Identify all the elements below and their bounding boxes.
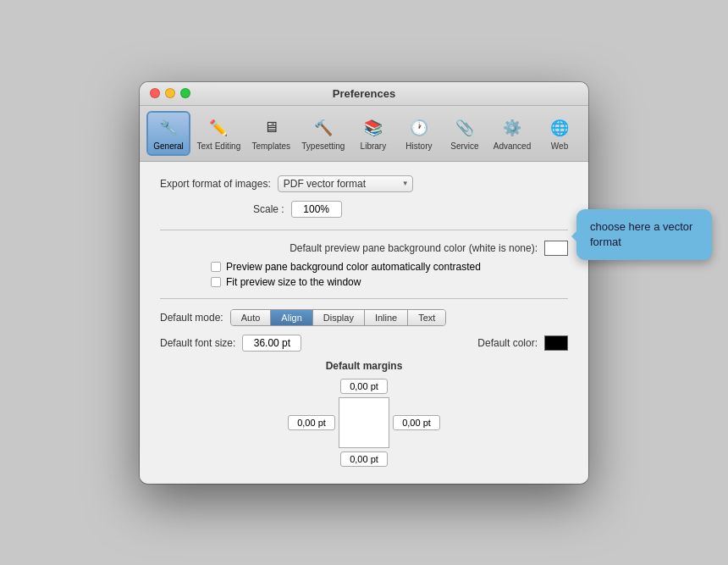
margin-right-input[interactable] bbox=[393, 415, 440, 430]
checkbox2-label: Fit preview size to the window bbox=[226, 276, 361, 288]
toolbar-label-general: General bbox=[153, 141, 184, 151]
toolbar-label-text-editing: Text Editing bbox=[197, 141, 241, 151]
minimize-button[interactable] bbox=[165, 88, 175, 98]
margin-left-input[interactable] bbox=[288, 415, 335, 430]
margins-section: Default margins bbox=[160, 360, 568, 467]
maximize-button[interactable] bbox=[180, 88, 190, 98]
default-color-swatch[interactable] bbox=[544, 335, 568, 351]
margin-middle-row bbox=[288, 397, 440, 448]
window-title: Preferences bbox=[333, 87, 395, 100]
tooltip-bubble: choose here a vector format bbox=[576, 209, 712, 260]
toolbar-label-service: Service bbox=[450, 141, 478, 151]
export-format-value: PDF vector format bbox=[284, 178, 366, 190]
checkbox1-label: Preview pane background color automatica… bbox=[226, 261, 481, 273]
web-icon: 🌐 bbox=[548, 116, 571, 140]
general-icon: 🔧 bbox=[157, 116, 180, 140]
toolbar-label-history: History bbox=[405, 141, 432, 151]
tooltip-text: choose here a vector format bbox=[590, 220, 692, 248]
preferences-window: Preferences 🔧 General ✏️ Text Editing 🖥 … bbox=[140, 82, 588, 484]
mode-auto-button[interactable]: Auto bbox=[231, 310, 272, 325]
checkbox2-row: Fit preview size to the window bbox=[160, 276, 568, 288]
margin-top-row bbox=[340, 379, 388, 394]
toolbar-item-general[interactable]: 🔧 General bbox=[146, 111, 190, 156]
library-icon: 📚 bbox=[361, 116, 385, 140]
text-editing-icon: ✏️ bbox=[207, 116, 230, 140]
preview-bg-row: Default preview pane background color (w… bbox=[160, 241, 568, 256]
default-mode-row: Default mode: Auto Align Display Inline … bbox=[160, 309, 568, 326]
fit-preview-checkbox[interactable] bbox=[211, 277, 221, 287]
dropdown-arrow-icon: ▼ bbox=[402, 180, 409, 187]
main-content: Export format of images: PDF vector form… bbox=[140, 162, 588, 484]
preview-bg-label: Default preview pane background color (w… bbox=[160, 242, 538, 254]
default-color-label: Default color: bbox=[477, 337, 538, 349]
export-format-row: Export format of images: PDF vector form… bbox=[160, 175, 568, 192]
mode-buttons-group: Auto Align Display Inline Text bbox=[230, 309, 447, 326]
auto-contrast-checkbox[interactable] bbox=[211, 262, 221, 272]
margins-grid bbox=[160, 379, 568, 467]
margin-bottom-row bbox=[340, 451, 388, 467]
toolbar-item-web[interactable]: 🌐 Web bbox=[538, 113, 582, 154]
scale-label: Scale : bbox=[253, 203, 284, 215]
toolbar-label-typesetting: Typesetting bbox=[301, 141, 345, 151]
toolbar-label-library: Library bbox=[361, 141, 387, 151]
toolbar-item-typesetting[interactable]: 🔨 Typesetting bbox=[297, 113, 350, 154]
font-color-row: Default font size: 36.00 pt Default colo… bbox=[160, 335, 568, 352]
scale-input[interactable]: 100% bbox=[291, 201, 342, 218]
font-size-label: Default font size: bbox=[160, 337, 235, 349]
typesetting-icon: 🔨 bbox=[312, 116, 335, 140]
toolbar-item-service[interactable]: 📎 Service bbox=[443, 113, 487, 154]
toolbar-item-library[interactable]: 📚 Library bbox=[351, 113, 395, 154]
margins-center-box bbox=[339, 397, 389, 448]
mode-inline-button[interactable]: Inline bbox=[365, 310, 408, 325]
titlebar: Preferences bbox=[140, 82, 588, 106]
toolbar: 🔧 General ✏️ Text Editing 🖥 Templates 🔨 … bbox=[140, 106, 588, 162]
divider-2 bbox=[160, 298, 568, 299]
checkbox1-row: Preview pane background color automatica… bbox=[160, 261, 568, 273]
toolbar-item-text-editing[interactable]: ✏️ Text Editing bbox=[192, 113, 245, 154]
mode-label: Default mode: bbox=[160, 312, 223, 324]
font-size-value: 36.00 pt bbox=[254, 337, 290, 349]
divider-1 bbox=[160, 230, 568, 230]
margins-title: Default margins bbox=[160, 360, 568, 372]
font-size-input[interactable]: 36.00 pt bbox=[242, 335, 301, 352]
templates-icon: 🖥 bbox=[259, 116, 283, 140]
export-format-label: Export format of images: bbox=[160, 178, 271, 190]
mode-align-button[interactable]: Align bbox=[271, 310, 312, 325]
toolbar-label-web: Web bbox=[551, 141, 568, 151]
toolbar-item-advanced[interactable]: ⚙️ Advanced bbox=[488, 113, 536, 154]
service-icon: 📎 bbox=[453, 116, 477, 140]
toolbar-label-templates: Templates bbox=[251, 141, 290, 151]
export-format-dropdown[interactable]: PDF vector format ▼ bbox=[278, 175, 413, 192]
toolbar-item-history[interactable]: 🕐 History bbox=[397, 113, 441, 154]
margin-bottom-input[interactable] bbox=[340, 451, 388, 467]
mode-display-button[interactable]: Display bbox=[313, 310, 365, 325]
scale-row: Scale : 100% bbox=[160, 201, 568, 218]
close-button[interactable] bbox=[150, 88, 160, 98]
scale-value: 100% bbox=[303, 203, 329, 215]
toolbar-label-advanced: Advanced bbox=[494, 141, 531, 151]
toolbar-item-templates[interactable]: 🖥 Templates bbox=[247, 113, 295, 154]
margin-top-input[interactable] bbox=[340, 379, 388, 394]
history-icon: 🕐 bbox=[407, 116, 431, 140]
mode-text-button[interactable]: Text bbox=[408, 310, 445, 325]
advanced-icon: ⚙️ bbox=[500, 116, 524, 140]
traffic-lights bbox=[150, 88, 190, 98]
